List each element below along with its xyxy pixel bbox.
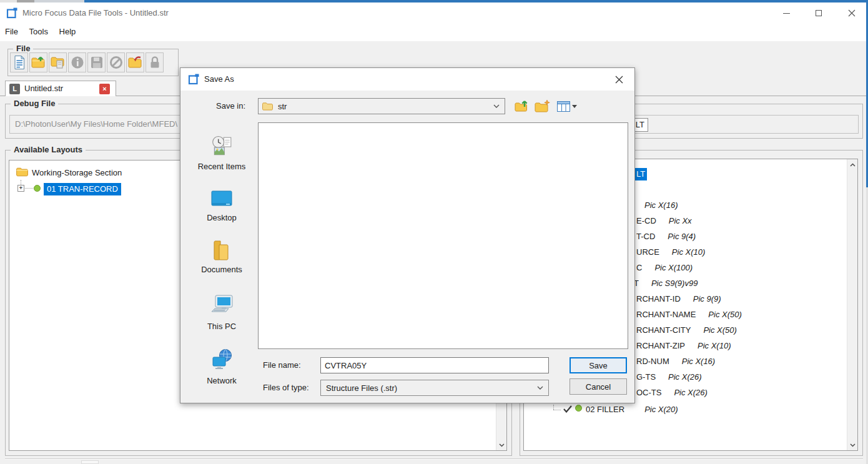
tree-node-label: 01 TRAN-RECORD <box>47 184 118 194</box>
splitter-handle[interactable] <box>81 460 99 464</box>
place-label: Recent Items <box>188 162 255 171</box>
place-documents[interactable]: Documents <box>188 240 255 274</box>
place-label: Desktop <box>188 213 255 222</box>
field-row[interactable]: CPic X(100) <box>636 262 693 274</box>
scroll-down-button[interactable] <box>496 440 506 450</box>
place-desktop[interactable]: Desktop <box>188 189 255 222</box>
bottom-divider-highlight <box>5 459 863 460</box>
minimize-button[interactable] <box>772 2 800 24</box>
minimize-icon <box>783 13 790 14</box>
tab-close-button[interactable]: × <box>99 84 110 94</box>
file-name-input[interactable] <box>320 357 549 373</box>
tree-connector <box>21 180 21 185</box>
field-row[interactable]: URCEPic X(10) <box>636 247 705 258</box>
place-label: This PC <box>188 322 255 331</box>
menubar: File Tools Help <box>0 24 866 41</box>
fields-scrollbar[interactable] <box>847 159 857 450</box>
tree-node-working-storage[interactable]: Working-Storage Section <box>32 168 122 177</box>
save-in-combobox[interactable]: str <box>258 98 505 114</box>
selected-layout-fragment[interactable]: LT <box>633 168 647 180</box>
files-of-type-label: Files of type: <box>263 380 309 396</box>
desktop-icon <box>210 189 234 209</box>
folder-icon <box>16 167 28 179</box>
open-data-file-button[interactable] <box>49 52 67 72</box>
file-name-label: File name: <box>263 357 301 373</box>
file-name-field-wrap <box>320 357 549 373</box>
view-menu-button[interactable] <box>555 99 579 114</box>
view-menu-icon <box>557 101 570 112</box>
field-row[interactable]: E-CDPic Xx <box>636 215 692 227</box>
place-label: Network <box>188 376 255 385</box>
files-of-type-value: Structure Files (.str) <box>326 383 397 393</box>
up-one-level-button[interactable] <box>514 99 530 114</box>
place-this-pc[interactable]: This PC <box>188 294 255 331</box>
selected-layout-label: LT <box>636 169 645 179</box>
this-pc-icon <box>209 294 234 318</box>
file-information-icon <box>71 56 84 69</box>
tree-node-tran-record[interactable]: 01 TRAN-RECORD <box>44 183 121 195</box>
lock-icon <box>149 56 161 69</box>
create-new-folder-button[interactable] <box>534 99 551 114</box>
new-file-button[interactable] <box>10 52 28 72</box>
menu-help[interactable]: Help <box>59 24 76 39</box>
place-network[interactable]: Network <box>188 348 255 385</box>
menu-tools[interactable]: Tools <box>29 24 48 39</box>
cancel-button[interactable] <box>107 52 125 72</box>
field-row[interactable]: RCHANT-ZIPPic X(10) <box>636 340 731 352</box>
lock-button[interactable] <box>145 52 164 72</box>
toolbar-group-label: File <box>13 44 33 53</box>
open-file-button[interactable] <box>29 52 47 72</box>
save-as-dialog: Save As Save in: str Recent Items Deskto… <box>180 67 635 403</box>
network-icon <box>209 348 234 372</box>
close-file-icon <box>128 56 143 69</box>
field-row-filler[interactable]: 02 FILLERPic X(20) <box>586 404 678 415</box>
close-icon <box>848 9 856 17</box>
close-file-button[interactable] <box>126 52 144 72</box>
cancel-button[interactable]: Cancel <box>570 378 627 395</box>
tab-untitled[interactable]: L Untitled.str × <box>5 81 116 96</box>
default-layout-fragment: LT <box>636 120 644 129</box>
cancel-button-label: Cancel <box>586 382 611 392</box>
field-row[interactable]: RCHANT-IDPic 9(9) <box>636 294 721 305</box>
check-icon <box>563 405 572 413</box>
save-file-button[interactable] <box>87 52 106 72</box>
field-row[interactable]: RCHANT-CITYPic X(50) <box>636 325 737 336</box>
close-icon <box>615 76 623 84</box>
close-button[interactable] <box>837 2 866 24</box>
maximize-button[interactable] <box>805 2 832 24</box>
tree-expand-button[interactable]: + <box>17 185 24 192</box>
debug-file-path: D:\PhotonUser\My Files\Home Folder\MFED\ <box>15 119 177 129</box>
files-of-type-combobox[interactable]: Structure Files (.str) <box>320 380 549 396</box>
save-button-label: Save <box>589 361 608 370</box>
dialog-title: Save As <box>204 68 234 91</box>
tree-connector <box>553 410 561 410</box>
file-list-panel[interactable] <box>258 122 628 349</box>
field-row[interactable]: G-TSPic X(26) <box>636 372 702 383</box>
chevron-up-icon <box>850 163 856 167</box>
save-file-icon <box>91 56 103 69</box>
field-row[interactable]: OC-TSPic X(26) <box>636 387 708 398</box>
menu-file[interactable]: File <box>5 24 18 39</box>
file-information-button[interactable] <box>68 52 86 72</box>
save-in-label: Save in: <box>199 98 245 114</box>
field-row[interactable]: RCHANT-NAMEPic X(50) <box>636 309 742 320</box>
scroll-up-button[interactable] <box>847 159 857 170</box>
scroll-down-button[interactable] <box>847 440 857 450</box>
open-data-file-icon <box>51 56 66 69</box>
field-row[interactable]: T-CDPic 9(4) <box>636 231 696 242</box>
tree-connector <box>25 188 33 189</box>
dialog-close-button[interactable] <box>607 68 631 91</box>
field-row[interactable]: Pic X(16) <box>636 200 678 211</box>
new-document-icon <box>13 55 26 70</box>
field-row[interactable]: RD-NUMPic X(16) <box>636 356 715 367</box>
field-status-dot <box>575 405 582 412</box>
save-button[interactable]: Save <box>570 357 627 373</box>
up-one-level-icon <box>515 99 530 113</box>
place-recent-items[interactable]: Recent Items <box>188 136 255 171</box>
available-layouts-label: Available Layouts <box>11 145 86 154</box>
save-in-value: str <box>278 102 287 111</box>
folder-icon <box>262 102 273 111</box>
place-label: Documents <box>188 265 255 274</box>
field-row[interactable]: TPic S9(9)v99 <box>634 278 698 289</box>
new-folder-icon <box>535 99 551 113</box>
